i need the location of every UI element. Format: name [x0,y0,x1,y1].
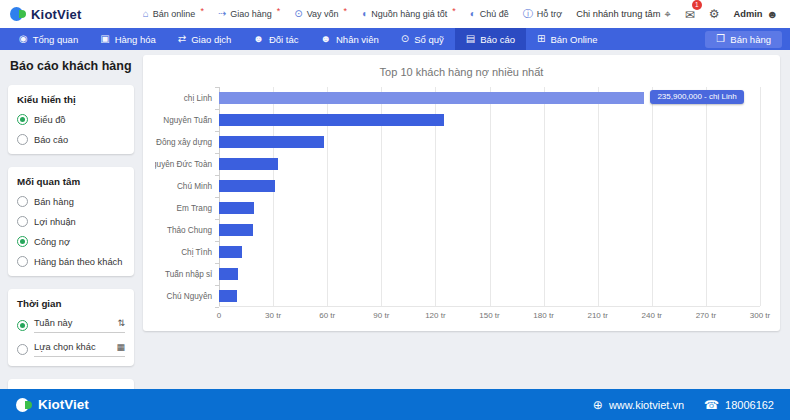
topbar-right: ⌂Bán online*⇢Giao hàng*⊙Vay vốn*◖Nguồn h… [143,5,778,23]
radio-option-label: Công nợ [34,237,70,247]
radio-option[interactable]: Tuần này⇅ [17,318,125,333]
nav-item-label: Đối tác [269,34,299,45]
bar-label: Thảo Chung [155,226,219,235]
nav-item-5[interactable]: ⊙Sổ quỹ [390,28,455,50]
nav-item-0[interactable]: ◉Tổng quan [8,28,89,50]
radio-option-main: Công nợ [34,237,125,247]
radio-option-main: Báo cáo [34,135,125,145]
bar-row: Em Trang [155,197,760,219]
radio-option[interactable]: Biểu đồ [17,114,125,125]
filter-card-0: Kiểu hiển thịBiểu đồBáo cáo [8,85,134,154]
bar-track [219,175,760,197]
bar[interactable] [219,268,238,280]
footer-website[interactable]: ⊕ www.kiotviet.vn [593,399,684,411]
kiotviet-logo[interactable]: KiotViet [10,6,81,22]
topbar-menu: ⌂Bán online*⇢Giao hàng*⊙Vay vốn*◖Nguồn h… [143,9,562,19]
bar-row: chị Linh235,900,000 - chị Linh [155,87,760,109]
bar[interactable] [219,224,253,236]
radio-unselected[interactable] [17,216,28,227]
content: Báo cáo khách hàng Kiểu hiển thịBiểu đồB… [0,50,790,389]
admin-menu[interactable]: Admin ☻ [734,9,779,20]
bar[interactable] [219,136,324,148]
calendar-icon[interactable]: ▦ [116,342,125,352]
bar[interactable] [219,246,242,258]
bar-row: Nguyễn Tuấn [155,109,760,131]
nav-item-4[interactable]: ☻Nhân viên [309,28,389,50]
x-tick-label: 0 [217,311,221,320]
nav-item-label: Sổ quỹ [414,34,444,45]
radio-option-main: Hàng bán theo khách [34,257,125,267]
kiotviet-logo-icon [10,6,26,22]
bar[interactable] [219,180,275,192]
sell-button[interactable]: ❒ Bán hàng [705,31,782,48]
theme-icon: ◐ [470,9,476,19]
sidebar: Báo cáo khách hàng Kiểu hiển thịBiểu đồB… [8,55,134,389]
radio-unselected[interactable] [17,344,28,355]
radio-option[interactable]: Lợi nhuận [17,216,125,227]
radio-selected[interactable] [17,320,28,331]
brand-name: KiotViet [31,7,81,22]
x-tick-label: 30 tr [265,311,281,320]
filter-groups: Kiểu hiển thịBiểu đồBáo cáoMối quan tâmB… [8,85,134,366]
bar-track [219,219,760,241]
radio-option[interactable]: Báo cáo [17,134,125,145]
radio-option[interactable]: Hàng bán theo khách [17,256,125,267]
location-pin-icon: ⌖ [664,9,670,20]
topbar-item-label: Vay vốn [307,9,339,19]
radio-unselected[interactable] [17,134,28,145]
topbar-item-0[interactable]: ⌂Bán online* [143,9,204,19]
radio-selected[interactable] [17,114,28,125]
topbar-item-5[interactable]: ⓘHỗ trợ [523,9,562,19]
bar-row: Chú Minh [155,175,760,197]
topbar-item-2[interactable]: ⊙Vay vốn* [294,9,347,19]
radio-option-label: Hàng bán theo khách [34,257,122,267]
nav-item-1[interactable]: ▣Hàng hóa [89,28,167,50]
settings-gear-button[interactable]: ⚙ [709,7,720,21]
nav-item-label: Bán Online [550,34,597,45]
bag-icon: ❒ [716,34,725,44]
radio-option[interactable]: Lựa chọn khác▦ [17,342,125,357]
nav-item-label: Tổng quan [33,34,78,45]
bar[interactable] [219,92,644,104]
user-icon: ☻ [766,9,778,20]
page-title: Báo cáo khách hàng [10,59,134,73]
footer-phone[interactable]: ☎ 18006162 [704,399,774,411]
branch-selector[interactable]: Chi nhánh trung tâm ⌖ [576,9,670,20]
x-tick-label: 300 tr [750,311,770,320]
topbar-item-4[interactable]: ◐Chủ đề [470,9,509,19]
new-badge-asterisk: * [344,6,348,16]
bar[interactable] [219,158,278,170]
radio-option[interactable]: Công nợ [17,236,125,247]
nav-items: ◉Tổng quan▣Hàng hóa⇄Giao dịch☻Đối tác☻Nh… [8,28,608,50]
radio-selected[interactable] [17,236,28,247]
topbar-item-label: Bán online [153,9,196,19]
select-arrows-icon[interactable]: ⇅ [117,318,125,328]
bar-label: Chị Tình [155,248,219,257]
topbar-item-1[interactable]: ⇢Giao hàng* [218,9,280,19]
nav-item-2[interactable]: ⇄Giao dịch [167,28,243,50]
cart-icon: ⊞ [537,34,545,44]
goods-box-icon: ▣ [100,34,109,44]
chart-plot-area: chị Linh235,900,000 - chị LinhNguyễn Tuấ… [155,87,768,307]
bar-row: Chú Nguyên [155,285,760,307]
bar-row: anh Đông xây dựng [155,131,760,153]
radio-unselected[interactable] [17,256,28,267]
nav-item-3[interactable]: ☻Đối tác [242,28,309,50]
nav-item-6[interactable]: ▤Báo cáo [455,28,526,50]
topbar-item-3[interactable]: ◖Nguồn hàng giá tốt* [361,9,456,19]
radio-option[interactable]: Bán hàng [17,196,125,207]
footer-right: ⊕ www.kiotviet.vn ☎ 18006162 [593,399,774,411]
bar[interactable] [219,202,254,214]
bar[interactable] [219,290,237,302]
nav-item-label: Hàng hóa [115,34,156,45]
radio-unselected[interactable] [17,196,28,207]
nav-item-7[interactable]: ⊞Bán Online [526,28,608,50]
admin-label: Admin [734,9,763,19]
filter-card-title: Kiểu hiển thị [17,94,125,105]
notifications-button[interactable]: ✉ 1 [685,5,695,23]
filter-card-title: Thời gian [17,298,125,309]
delivery-icon: ⇢ [218,9,226,19]
bar-label: Chú Nguyên [155,292,219,301]
loan-icon: ⊙ [294,9,302,19]
bar[interactable] [219,114,444,126]
